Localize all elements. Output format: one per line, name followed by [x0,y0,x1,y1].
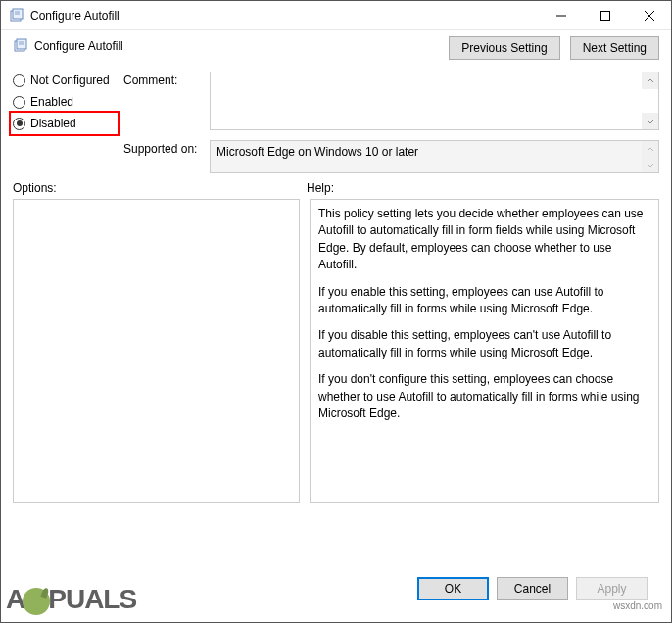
comment-label: Comment: [123,72,202,87]
fields-column: Comment: Supported on: Microsoft Edge on… [123,72,659,173]
window-controls [539,1,671,29]
ok-button[interactable]: OK [417,577,489,600]
help-panel: This policy setting lets you decide whet… [310,199,659,503]
radio-label: Disabled [30,117,76,130]
titlebar-left: Configure Autofill [9,8,120,24]
minimize-button[interactable] [539,1,583,29]
supported-label: Supported on: [123,140,202,156]
radio-circle-checked-icon [13,118,25,130]
app-icon [9,8,24,24]
titlebar: Configure Autofill [1,1,671,30]
comment-field-row: Comment: [123,72,659,130]
help-paragraph: If you enable this setting, employees ca… [318,284,650,318]
window-title: Configure Autofill [30,9,120,23]
radio-disabled[interactable]: Disabled [9,111,120,136]
panels-row: This policy setting lets you decide whet… [13,199,659,567]
watermark-url: wsxdn.com [613,600,662,611]
radio-not-configured[interactable]: Not Configured [13,73,116,87]
cancel-button[interactable]: Cancel [497,577,568,600]
apply-button[interactable]: Apply [576,577,648,600]
supported-on-box: Microsoft Edge on Windows 10 or later [210,140,659,173]
radio-circle-icon [13,96,25,109]
radio-enabled[interactable]: Enabled [13,95,116,109]
previous-setting-button[interactable]: Previous Setting [449,36,559,60]
help-label: Help: [307,181,334,195]
scroll-down-icon[interactable] [642,113,658,129]
radio-label: Enabled [30,95,73,109]
comment-input[interactable] [210,72,659,130]
scroll-down-icon[interactable] [642,156,658,172]
settings-row: Not Configured Enabled Disabled Comment: [13,72,659,173]
section-labels: Options: Help: [13,181,659,195]
content-area: Configure Autofill Previous Setting Next… [1,30,671,622]
help-paragraph: If you disable this setting, employees c… [318,327,650,361]
watermark-text-post: PUALS [48,584,136,614]
nav-row: Previous Setting Next Setting [13,36,659,60]
supported-field-row: Supported on: Microsoft Edge on Windows … [123,140,659,173]
next-setting-button[interactable]: Next Setting [570,36,659,60]
svg-rect-5 [600,11,609,20]
radio-circle-icon [13,74,25,87]
radio-label: Not Configured [30,73,110,87]
maximize-button[interactable] [583,1,627,29]
options-label: Options: [13,181,307,195]
watermark-logo: APUALS [6,584,136,615]
close-button[interactable] [627,1,671,29]
help-paragraph: This policy setting lets you decide whet… [318,206,650,274]
apple-icon [23,588,50,615]
window-root: Configure Autofill Con [0,0,672,623]
radio-group: Not Configured Enabled Disabled [13,72,116,173]
supported-on-value: Microsoft Edge on Windows 10 or later [216,145,418,159]
scroll-up-icon[interactable] [642,72,658,89]
help-paragraph: If you don't configure this setting, emp… [318,371,650,422]
options-panel [13,199,300,503]
